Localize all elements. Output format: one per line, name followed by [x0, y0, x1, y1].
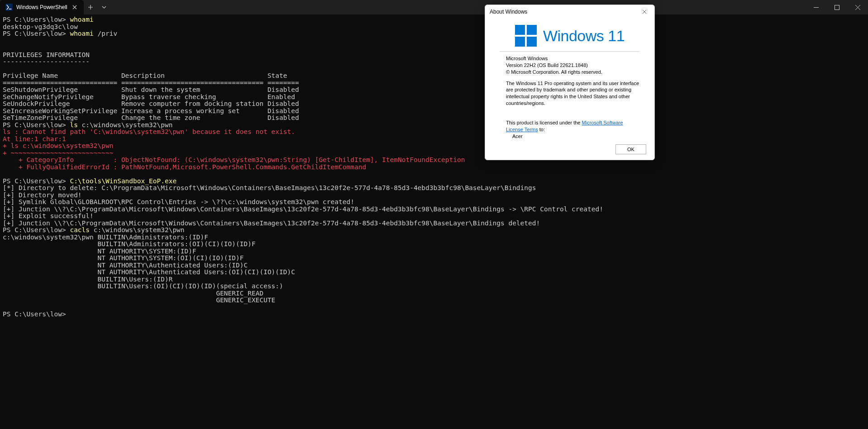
output-line: BUILTIN\Users:(ID)R [3, 276, 172, 283]
output-line: [+] Junction \\?\C:\ProgramData\Microsof… [3, 205, 603, 213]
minimize-button[interactable] [806, 0, 826, 14]
output-line: c:\windows\system32\pwn BUILTIN\Administ… [3, 234, 208, 241]
powershell-icon [5, 4, 13, 11]
dialog-body: Windows 11 Microsoft Windows Version 22H… [485, 19, 654, 149]
tab-dropdown-button[interactable] [97, 0, 111, 14]
terminal-output[interactable]: PS C:\Users\low> whoami desktop-vg3dq3c\… [0, 14, 868, 429]
error-line: + ~~~~~~~~~~~~~~~~~~~~~~~~~~ [3, 149, 113, 157]
prompt: PS C:\Users\low> [3, 121, 70, 129]
output-line: NT AUTHORITY\Authenticated Users:(ID)C [3, 262, 248, 269]
windows-logo-row: Windows 11 [500, 25, 640, 47]
about-windows-dialog: About Windows Windows 11 Microsoft Windo… [485, 5, 655, 160]
version-block: Microsoft Windows Version 22H2 (OS Build… [506, 55, 640, 76]
error-line: + CategoryInfo : ObjectNotFound: (C:\win… [3, 156, 465, 163]
output-line: [*] Directory to delete: C:\ProgramData\… [3, 184, 536, 191]
output-line: BUILTIN\Users:(OI)(CI)(IO)(ID)(special a… [3, 282, 283, 290]
output-line: [+] Exploit successful! [3, 212, 94, 219]
new-tab-button[interactable] [84, 0, 97, 14]
output-line: SeTimeZonePrivilege Change the time zone… [3, 114, 299, 121]
windows-wordmark: Windows 11 [543, 27, 625, 45]
svg-rect-2 [515, 25, 525, 35]
dialog-close-button[interactable] [636, 5, 653, 18]
titlebar: Windows PowerShell [0, 0, 868, 14]
output-line: GENERIC_READ [3, 290, 263, 297]
svg-rect-3 [527, 25, 537, 35]
command: whoami [70, 30, 97, 37]
output-line: SeShutdownPrivilege Shut down the system… [3, 86, 299, 93]
license-block: This product is licensed under the Micro… [506, 119, 640, 140]
command: whoami [70, 16, 93, 23]
windows-logo-icon [515, 25, 537, 47]
error-line: ls : Cannot find path 'C:\windows\system… [3, 128, 295, 135]
output-line: [+] Symlink Global\GLOBALROOT\RPC Contro… [3, 198, 354, 205]
output-line: ---------------------- [3, 58, 90, 65]
svg-rect-1 [835, 5, 839, 10]
close-tab-button[interactable] [71, 4, 78, 11]
svg-rect-0 [5, 4, 13, 11]
product-name: Microsoft Windows [506, 55, 640, 62]
license-pre: This product is licensed under the [506, 120, 582, 125]
command-arg: c:\windows\system32\pwn [94, 226, 185, 234]
command: C:\tools\WinSandbox_EoP.exe [70, 177, 176, 185]
prompt: PS C:\Users\low> [3, 310, 66, 318]
prompt: PS C:\Users\low> [3, 226, 70, 234]
output-line: NT AUTHORITY\SYSTEM:(ID)F [3, 248, 196, 255]
svg-rect-5 [527, 37, 537, 47]
ok-button[interactable]: OK [615, 144, 646, 154]
window-close-button[interactable] [847, 0, 868, 14]
dialog-title: About Windows [490, 9, 636, 15]
copyright-line: © Microsoft Corporation. All rights rese… [506, 69, 640, 76]
version-line: Version 22H2 (OS Build 22621.1848) [506, 62, 640, 69]
output-line: NT AUTHORITY\Authenticated Users:(OI)(CI… [3, 268, 295, 276]
output-line: ============================= ==========… [3, 79, 299, 86]
error-line: + FullyQualifiedErrorId : PathNotFound,M… [3, 163, 366, 171]
command-arg: /priv [98, 30, 118, 37]
licensed-to: Acer [512, 133, 640, 140]
prompt: PS C:\Users\low> [3, 16, 70, 23]
output-line: Privilege Name Description State [3, 72, 287, 79]
output-line: SeChangeNotifyPrivilege Bypass traverse … [3, 93, 295, 100]
output-line: BUILTIN\Administrators:(OI)(CI)(IO)(ID)F [3, 240, 256, 248]
output-line: GENERIC_EXECUTE [3, 296, 275, 304]
license-post: to: [538, 127, 545, 132]
window-caption-controls [806, 0, 868, 14]
output-line: [+] Directory moved! [3, 191, 82, 199]
output-line: PRIVILEGES INFORMATION [3, 51, 90, 58]
prompt: PS C:\Users\low> [3, 177, 70, 185]
output-line: [+] Junction \\?\C:\ProgramData\Microsof… [3, 219, 540, 227]
maximize-button[interactable] [826, 0, 847, 14]
terminal-tab[interactable]: Windows PowerShell [0, 0, 84, 14]
output-line: NT AUTHORITY\SYSTEM:(OI)(CI)(IO)(ID)F [3, 254, 244, 262]
svg-rect-4 [515, 37, 525, 47]
command-arg: c:\windows\system32\pwn [82, 121, 173, 129]
command: ls [70, 121, 81, 129]
error-line: + ls c:\windows\system32\pwn [3, 142, 113, 149]
command: cacls [70, 226, 93, 234]
output-line: desktop-vg3dq3c\low [3, 23, 78, 30]
prompt: PS C:\Users\low> [3, 30, 70, 37]
tab-title: Windows PowerShell [16, 4, 67, 10]
dialog-footer: OK [615, 144, 646, 154]
error-line: At line:1 char:1 [3, 135, 66, 143]
dialog-titlebar[interactable]: About Windows [485, 5, 654, 19]
dialog-separator [500, 51, 640, 52]
output-line: SeIncreaseWorkingSetPrivilege Increase a… [3, 107, 299, 114]
output-line: SeUndockPrivilege Remove computer from d… [3, 100, 299, 107]
legal-text: The Windows 11 Pro operating system and … [506, 80, 640, 107]
